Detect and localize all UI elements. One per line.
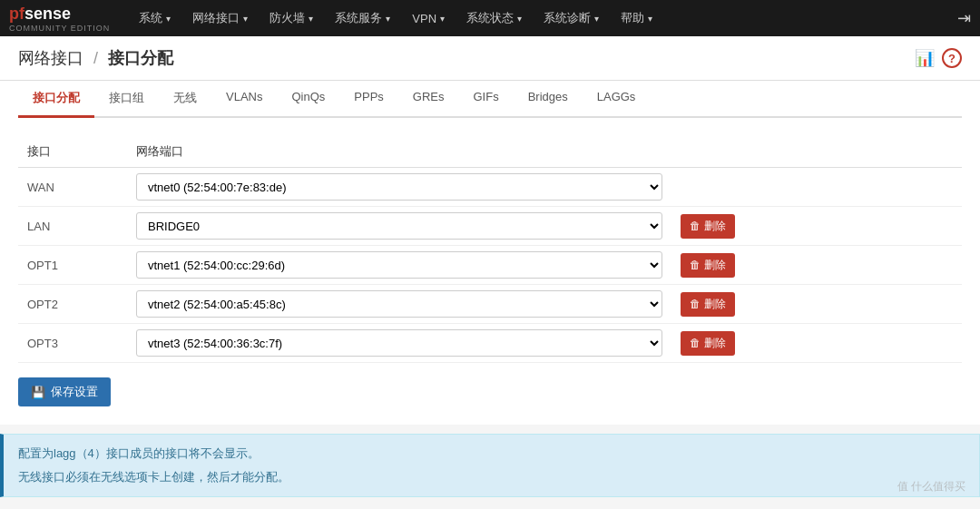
lan-port-cell: BRIDGE0 xyxy=(127,207,671,246)
nav-system[interactable]: 系统 ▾ xyxy=(128,0,181,36)
table-row: LAN BRIDGE0 🗑 删除 xyxy=(18,207,962,246)
nav-interfaces-arrow: ▾ xyxy=(243,14,248,24)
info-line-1: 配置为lagg（4）接口成员的接口将不会显示。 xyxy=(18,445,965,462)
opt3-port-select[interactable]: vtnet3 (52:54:00:36:3c:7f) xyxy=(136,329,662,357)
page-header: 网络接口 / 接口分配 📊 ? xyxy=(0,36,980,81)
tab-interface-group[interactable]: 接口组 xyxy=(94,81,159,118)
interface-label-wan: WAN xyxy=(18,168,127,207)
opt1-port-cell: vtnet1 (52:54:00:cc:29:6d) xyxy=(127,246,671,285)
interface-label-opt2: OPT2 xyxy=(18,285,127,324)
table-row: WAN vtnet0 (52:54:00:7e:83:de) xyxy=(18,168,962,207)
col-network-port: 网络端口 xyxy=(127,136,671,168)
interface-label-lan: LAN xyxy=(18,207,127,246)
trash-icon: 🗑 xyxy=(690,220,701,232)
brand: pfsense COMMUNITY EDITION xyxy=(9,5,110,33)
nav-diagnostics[interactable]: 系统诊断 ▾ xyxy=(533,0,610,36)
tab-qinqs[interactable]: QinQs xyxy=(277,81,339,118)
lan-port-select[interactable]: BRIDGE0 xyxy=(136,212,662,240)
opt1-port-select[interactable]: vtnet1 (52:54:00:cc:29:6d) xyxy=(136,251,662,279)
nav-vpn[interactable]: VPN ▾ xyxy=(401,0,456,36)
save-icon: 💾 xyxy=(31,386,45,399)
nav-firewall[interactable]: 防火墙 ▾ xyxy=(259,0,324,36)
brand-logo: pfsense xyxy=(9,5,110,24)
trash-icon: 🗑 xyxy=(690,298,701,310)
nav-menu: 系统 ▾ 网络接口 ▾ 防火墙 ▾ 系统服务 ▾ VPN ▾ 系统状态 ▾ xyxy=(128,0,957,36)
tab-gifs[interactable]: GIFs xyxy=(459,81,514,118)
breadcrumb-current: 接口分配 xyxy=(108,49,173,67)
help-icon[interactable]: ? xyxy=(942,48,962,68)
brand-sense: sense xyxy=(24,5,71,24)
info-line-2: 无线接口必须在无线选项卡上创建，然后才能分配。 xyxy=(18,469,965,485)
brand-pf: pf xyxy=(9,5,24,24)
info-box: 配置为lagg（4）接口成员的接口将不会显示。 无线接口必须在无线选项卡上创建，… xyxy=(0,434,980,497)
tab-ppps[interactable]: PPPs xyxy=(339,81,398,118)
col-interface: 接口 xyxy=(18,136,127,168)
interface-label-opt3: OPT3 xyxy=(18,324,127,363)
watermark: 值 什么值得买 xyxy=(897,479,965,494)
interface-label-opt1: OPT1 xyxy=(18,246,127,285)
opt2-port-select[interactable]: vtnet2 (52:54:00:a5:45:8c) xyxy=(136,290,662,318)
nav-system-arrow: ▾ xyxy=(166,14,171,24)
nav-diagnostics-arrow: ▾ xyxy=(594,14,599,24)
tab-bridges[interactable]: Bridges xyxy=(514,81,583,118)
nav-vpn-arrow: ▾ xyxy=(440,14,445,24)
page-header-icons: 📊 ? xyxy=(915,48,962,68)
nav-interfaces[interactable]: 网络接口 ▾ xyxy=(181,0,259,36)
breadcrumb-sep: / xyxy=(93,49,98,67)
nav-help[interactable]: 帮助 ▾ xyxy=(610,0,663,36)
table-row: OPT2 vtnet2 (52:54:00:a5:45:8c) 🗑 删除 xyxy=(18,285,962,324)
opt1-delete-button[interactable]: 🗑 删除 xyxy=(681,253,735,278)
wan-port-select[interactable]: vtnet0 (52:54:00:7e:83:de) xyxy=(136,173,662,201)
chart-icon[interactable]: 📊 xyxy=(915,48,935,68)
nav-status-arrow: ▾ xyxy=(517,14,522,24)
nav-services[interactable]: 系统服务 ▾ xyxy=(324,0,401,36)
trash-icon: 🗑 xyxy=(690,259,701,271)
opt3-delete-button[interactable]: 🗑 删除 xyxy=(681,331,735,356)
logout-icon[interactable]: ⇥ xyxy=(957,8,971,28)
lan-delete-button[interactable]: 🗑 删除 xyxy=(681,214,735,239)
table-row: OPT1 vtnet1 (52:54:00:cc:29:6d) 🗑 删除 xyxy=(18,246,962,285)
nav-status[interactable]: 系统状态 ▾ xyxy=(456,0,533,36)
opt2-delete-button[interactable]: 🗑 删除 xyxy=(681,292,735,317)
table-row: OPT3 vtnet3 (52:54:00:36:3c:7f) 🗑 删除 xyxy=(18,324,962,363)
nav-firewall-arrow: ▾ xyxy=(309,14,313,24)
save-label: 保存设置 xyxy=(51,384,98,400)
main-content: 接口分配 接口组 无线 VLANs QinQs PPPs GREs GIFs B… xyxy=(0,81,980,425)
tab-vlans[interactable]: VLANs xyxy=(211,81,277,118)
navbar: pfsense COMMUNITY EDITION 系统 ▾ 网络接口 ▾ 防火… xyxy=(0,0,980,36)
trash-icon: 🗑 xyxy=(690,337,701,349)
tabs: 接口分配 接口组 无线 VLANs QinQs PPPs GREs GIFs B… xyxy=(18,81,962,118)
assign-table: 接口 网络端口 WAN vtnet0 (52:54:00:7e:83:de) xyxy=(18,136,962,363)
breadcrumb-parent: 网络接口 xyxy=(18,49,83,67)
nav-services-arrow: ▾ xyxy=(386,14,390,24)
tab-gres[interactable]: GREs xyxy=(398,81,459,118)
nav-help-arrow: ▾ xyxy=(648,14,652,24)
tab-laggs[interactable]: LAGGs xyxy=(583,81,651,118)
tab-interface-assign[interactable]: 接口分配 xyxy=(18,81,94,118)
tab-wireless[interactable]: 无线 xyxy=(159,81,211,118)
breadcrumb: 网络接口 / 接口分配 xyxy=(18,47,173,69)
brand-edition: COMMUNITY EDITION xyxy=(9,24,110,33)
opt2-port-cell: vtnet2 (52:54:00:a5:45:8c) xyxy=(127,285,671,324)
opt3-port-cell: vtnet3 (52:54:00:36:3c:7f) xyxy=(127,324,671,363)
save-button[interactable]: 💾 保存设置 xyxy=(18,377,111,406)
wan-port-cell: vtnet0 (52:54:00:7e:83:de) xyxy=(127,168,671,207)
